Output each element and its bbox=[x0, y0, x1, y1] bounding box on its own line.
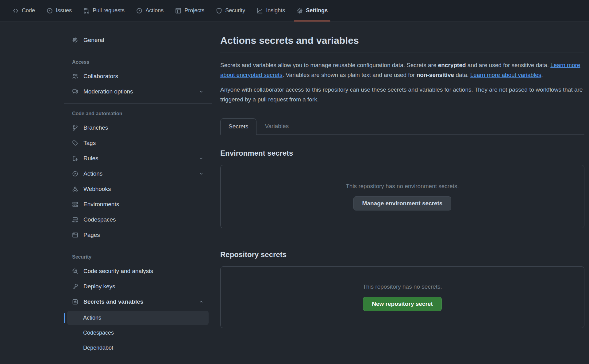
sidebar-item-label: Codespaces bbox=[83, 216, 116, 223]
tab-secrets[interactable]: Secrets bbox=[220, 118, 256, 135]
intro-text: . bbox=[541, 72, 543, 78]
chevron-up-icon bbox=[199, 299, 204, 304]
sidebar-item-branches[interactable]: Branches bbox=[67, 121, 209, 134]
sidebar-item-label: Tags bbox=[83, 140, 96, 146]
settings-sidebar: General Access Collaborators Moderation … bbox=[64, 34, 212, 356]
sidebar-item-label: Branches bbox=[83, 124, 108, 131]
settings-layout: General Access Collaborators Moderation … bbox=[0, 21, 589, 356]
nav-item-issues[interactable]: Issues bbox=[41, 0, 78, 21]
intro-paragraph: Secrets and variables allow you to manag… bbox=[220, 60, 584, 80]
nav-item-label: Settings bbox=[306, 7, 328, 14]
sidebar-item-general[interactable]: General bbox=[67, 34, 209, 46]
nav-item-label: Insights bbox=[266, 7, 285, 14]
nav-item-projects[interactable]: Projects bbox=[169, 0, 210, 21]
sidebar-item-environments[interactable]: Environments bbox=[67, 198, 209, 210]
nav-item-security[interactable]: Security bbox=[210, 0, 251, 21]
sidebar-item-label: Secrets and variables bbox=[83, 298, 143, 305]
issue-icon bbox=[47, 8, 53, 14]
nav-item-label: Pull requests bbox=[93, 7, 125, 14]
collaborator-paragraph: Anyone with collaborator access to this … bbox=[220, 85, 584, 104]
sidebar-item-code-security[interactable]: Code security and analysis bbox=[67, 265, 209, 277]
sidebar-item-rules[interactable]: Rules bbox=[67, 152, 209, 165]
sidebar-subitem-dependabot[interactable]: Dependabot bbox=[67, 341, 209, 355]
main-content: Actions secrets and variables Secrets an… bbox=[220, 34, 589, 356]
sidebar-divider bbox=[64, 247, 212, 247]
nav-item-label: Code bbox=[22, 7, 35, 14]
sidebar-item-secrets-variables[interactable]: Secrets and variables bbox=[67, 295, 209, 308]
nav-item-settings[interactable]: Settings bbox=[291, 0, 333, 21]
sidebar-item-label: Webhooks bbox=[83, 186, 111, 192]
sidebar-item-tags[interactable]: Tags bbox=[67, 137, 209, 149]
tab-variables[interactable]: Variables bbox=[256, 118, 297, 135]
repo-nav: Code Issues Pull requests Actions Projec… bbox=[0, 0, 589, 21]
sidebar-subitem-label: Actions bbox=[83, 315, 101, 321]
environment-secrets-empty-text: This repository has no environment secre… bbox=[346, 183, 459, 190]
codespaces-icon bbox=[72, 217, 78, 223]
nav-item-label: Security bbox=[225, 7, 245, 14]
environment-secrets-box: This repository has no environment secre… bbox=[220, 165, 584, 228]
chevron-down-icon bbox=[199, 89, 204, 94]
sidebar-item-label: General bbox=[83, 37, 104, 44]
intro-text: data. bbox=[454, 72, 470, 78]
manage-environment-secrets-button[interactable]: Manage environment secrets bbox=[353, 196, 452, 210]
nav-item-insights[interactable]: Insights bbox=[251, 0, 291, 21]
repository-secrets-box: This repository has no secrets. New repo… bbox=[220, 266, 584, 328]
sidebar-item-label: Moderation options bbox=[83, 88, 133, 95]
sidebar-item-label: Code security and analysis bbox=[83, 268, 153, 275]
nav-item-label: Issues bbox=[56, 7, 72, 14]
sidebar-item-codespaces[interactable]: Codespaces bbox=[67, 213, 209, 226]
webhook-icon bbox=[72, 186, 78, 192]
sidebar-item-label: Environments bbox=[83, 201, 119, 208]
asterisk-box-icon bbox=[72, 299, 78, 305]
nav-item-actions[interactable]: Actions bbox=[130, 0, 169, 21]
nav-item-label: Actions bbox=[145, 7, 164, 14]
sidebar-item-collaborators[interactable]: Collaborators bbox=[67, 70, 209, 82]
chevron-down-icon bbox=[199, 171, 204, 176]
sidebar-section-header-code-automation: Code and automation bbox=[72, 111, 212, 116]
gear-icon bbox=[72, 37, 78, 43]
intro-text: Secrets and variables allow you to manag… bbox=[220, 62, 438, 68]
sidebar-subitem-actions[interactable]: Actions bbox=[67, 311, 209, 325]
sidebar-subitem-label: Dependabot bbox=[83, 345, 113, 351]
table-icon bbox=[175, 8, 181, 14]
gear-icon bbox=[297, 8, 303, 14]
sidebar-divider bbox=[64, 103, 212, 104]
sidebar-item-label: Pages bbox=[83, 232, 100, 238]
sidebar-item-label: Collaborators bbox=[83, 73, 118, 80]
secrets-variables-tabbar: Secrets Variables bbox=[220, 118, 584, 135]
repository-secrets-heading: Repository secrets bbox=[220, 250, 584, 259]
sidebar-divider bbox=[64, 52, 212, 52]
link-variables[interactable]: Learn more about variables bbox=[470, 72, 541, 78]
sidebar-item-webhooks[interactable]: Webhooks bbox=[67, 183, 209, 195]
intro-bold-encrypted: encrypted bbox=[438, 62, 466, 68]
nav-item-pull-requests[interactable]: Pull requests bbox=[78, 0, 130, 21]
browser-icon bbox=[72, 232, 78, 238]
git-branch-icon bbox=[72, 125, 78, 131]
key-icon bbox=[72, 283, 78, 290]
pull-request-icon bbox=[83, 8, 90, 14]
sidebar-item-moderation-options[interactable]: Moderation options bbox=[67, 85, 209, 98]
play-icon bbox=[136, 8, 142, 14]
sidebar-item-actions[interactable]: Actions bbox=[67, 167, 209, 180]
title-divider bbox=[220, 52, 584, 52]
sidebar-item-deploy-keys[interactable]: Deploy keys bbox=[67, 280, 209, 293]
server-icon bbox=[72, 201, 78, 207]
sidebar-item-pages[interactable]: Pages bbox=[67, 229, 209, 241]
new-repository-secret-button[interactable]: New repository secret bbox=[363, 297, 442, 311]
chevron-down-icon bbox=[199, 156, 204, 161]
rules-icon bbox=[72, 155, 78, 161]
intro-text: . Variables are shown as plain text and … bbox=[283, 72, 417, 78]
sidebar-item-label: Actions bbox=[83, 170, 102, 177]
code-scan-icon bbox=[72, 268, 78, 274]
discussion-icon bbox=[72, 89, 78, 95]
tag-icon bbox=[72, 140, 78, 146]
nav-item-label: Projects bbox=[184, 7, 204, 14]
people-icon bbox=[72, 73, 78, 79]
nav-item-code[interactable]: Code bbox=[7, 0, 41, 21]
sidebar-section-header-access: Access bbox=[72, 59, 212, 65]
intro-text: and are used for sensitive data. bbox=[466, 62, 551, 68]
sidebar-subitem-label: Codespaces bbox=[83, 330, 114, 336]
intro-bold-non-sensitive: non-sensitive bbox=[417, 72, 454, 78]
sidebar-subitem-codespaces[interactable]: Codespaces bbox=[67, 326, 209, 340]
environment-secrets-heading: Environment secrets bbox=[220, 149, 584, 157]
